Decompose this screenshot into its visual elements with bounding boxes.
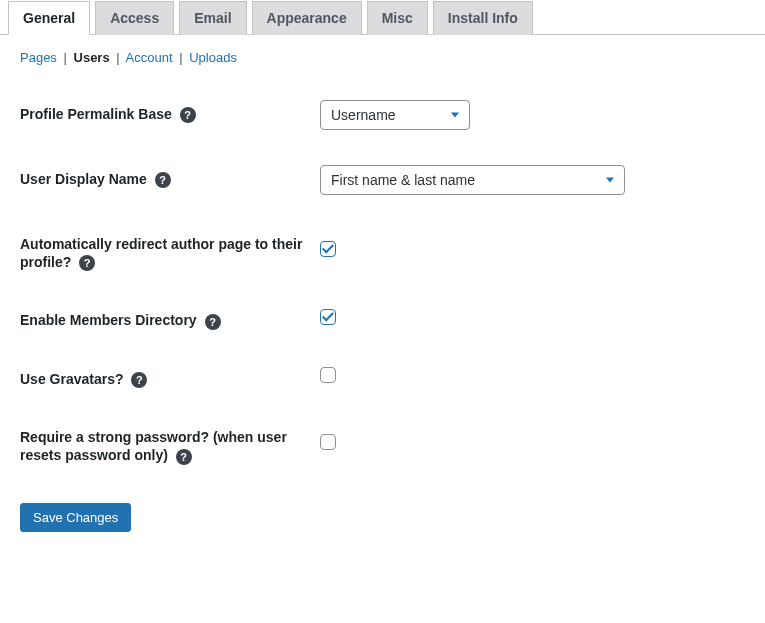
- user-display-name-select[interactable]: First name & last name: [320, 165, 625, 195]
- gravatars-checkbox[interactable]: [320, 367, 336, 383]
- members-directory-label: Enable Members Directory: [20, 312, 197, 328]
- help-icon[interactable]: ?: [205, 314, 221, 330]
- tab-appearance[interactable]: Appearance: [252, 1, 362, 35]
- tab-general[interactable]: General: [8, 1, 90, 35]
- profile-permalink-base-label: Profile Permalink Base: [20, 106, 172, 122]
- save-button[interactable]: Save Changes: [20, 503, 131, 532]
- subnav-users[interactable]: Users: [74, 50, 110, 65]
- redirect-author-checkbox[interactable]: [320, 241, 336, 257]
- help-icon[interactable]: ?: [79, 255, 95, 271]
- tab-email[interactable]: Email: [179, 1, 246, 35]
- profile-permalink-base-select[interactable]: Username: [320, 100, 470, 130]
- tab-misc[interactable]: Misc: [367, 1, 428, 35]
- gravatars-label: Use Gravatars?: [20, 371, 124, 387]
- tab-access[interactable]: Access: [95, 1, 174, 35]
- help-icon[interactable]: ?: [180, 107, 196, 123]
- help-icon[interactable]: ?: [131, 372, 147, 388]
- subnav-uploads[interactable]: Uploads: [189, 50, 237, 65]
- primary-tabs: General Access Email Appearance Misc Ins…: [0, 0, 765, 35]
- help-icon[interactable]: ?: [155, 172, 171, 188]
- redirect-author-label: Automatically redirect author page to th…: [20, 236, 302, 270]
- user-display-name-label: User Display Name: [20, 171, 147, 187]
- subnav-pages[interactable]: Pages: [20, 50, 57, 65]
- tab-install-info[interactable]: Install Info: [433, 1, 533, 35]
- strong-password-checkbox[interactable]: [320, 434, 336, 450]
- strong-password-label: Require a strong password? (when user re…: [20, 429, 287, 463]
- members-directory-checkbox[interactable]: [320, 309, 336, 325]
- subnav: Pages | Users | Account | Uploads: [20, 50, 745, 65]
- help-icon[interactable]: ?: [176, 449, 192, 465]
- subnav-account[interactable]: Account: [126, 50, 173, 65]
- settings-form: Profile Permalink Base ? Username User D…: [20, 85, 745, 485]
